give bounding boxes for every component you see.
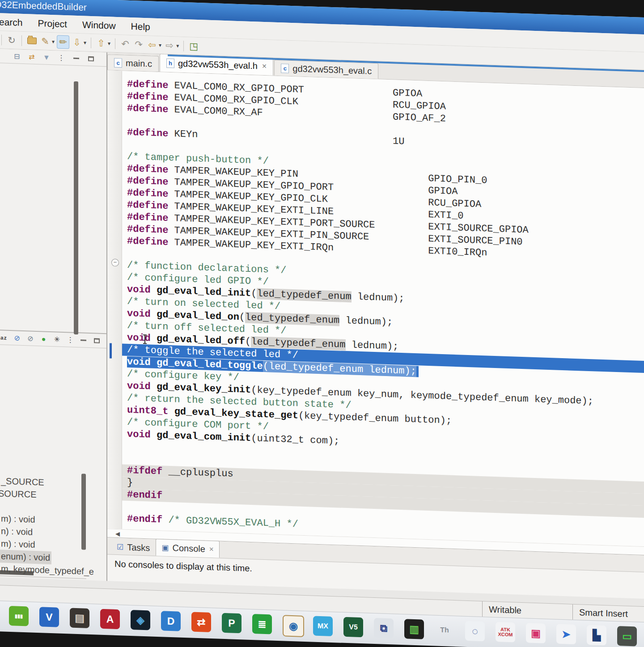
pin-editor-icon[interactable]: ◳: [188, 40, 199, 53]
monitor-photo: GD32EmbeddedBuilder SearchProjectWindowH…: [0, 0, 644, 647]
minimize-view-icon[interactable]: [80, 335, 88, 346]
maximize-view-icon[interactable]: [93, 336, 101, 346]
maximize-view-icon[interactable]: [86, 54, 95, 64]
collapse-all-icon[interactable]: ⊟: [13, 51, 21, 62]
code-segment: #define: [127, 199, 168, 212]
dashed-circle-app-icon[interactable]: ◌: [465, 621, 485, 641]
editor-body[interactable]: − #define EVAL_COM0_RX_GPIO_PORT GPIOA#d…: [107, 70, 644, 547]
book-app-icon-glyph: ▤: [75, 613, 85, 623]
code-segment: #define: [127, 163, 168, 176]
hide-inactive-icon[interactable]: ✳: [53, 334, 61, 345]
toolbar-separator: [115, 38, 115, 49]
green-sheet-app-icon[interactable]: ≣: [252, 614, 272, 634]
atk-xcom-app-icon[interactable]: ATK XCOM: [496, 622, 515, 642]
serial-app-icon[interactable]: ▭: [617, 626, 637, 646]
forward-icon-dropdown[interactable]: ▾: [176, 42, 179, 49]
upload-from-target-icon[interactable]: ⇧: [95, 37, 107, 50]
book-app-icon[interactable]: ▤: [70, 608, 89, 628]
code-segment: #define: [127, 187, 168, 200]
chip-app-icon[interactable]: ◈: [131, 610, 150, 630]
flash-download-icon-dropdown[interactable]: ▾: [52, 38, 55, 45]
selection-range-marker: [110, 343, 112, 358]
editor-column: cmain.chgd32vw553h_eval.h×cgd32vw553h_ev…: [107, 52, 644, 600]
blue-v-app-icon[interactable]: V: [39, 607, 59, 627]
code-segment: [151, 357, 157, 368]
blue-d-app-icon[interactable]: D: [161, 611, 181, 631]
back-icon[interactable]: ⇦: [146, 38, 158, 51]
outline-vertical-scrollbar[interactable]: [81, 474, 86, 550]
menu-window[interactable]: Window: [82, 19, 116, 31]
outline-item[interactable]: enum) : void: [1, 551, 50, 563]
red-stack-app-icon[interactable]: ▣: [526, 623, 546, 643]
flash-download-icon[interactable]: ✎: [39, 35, 51, 48]
view-menu-icon[interactable]: ⋮: [67, 335, 74, 345]
green-p-app-icon[interactable]: P: [222, 613, 242, 633]
explorer-view-body[interactable]: al: [0, 63, 106, 334]
mx-app-icon[interactable]: MX: [313, 616, 333, 636]
toolbar-separator: [1, 34, 2, 45]
view-menu-icon[interactable]: ⋮: [57, 53, 66, 63]
green-p-app-icon-glyph: P: [228, 618, 235, 629]
download-to-target-icon[interactable]: ⇩: [71, 36, 83, 49]
dark-chart-app-icon[interactable]: ▥: [404, 619, 424, 639]
console-tab-console[interactable]: ▣Console×: [156, 539, 219, 558]
menu-help[interactable]: Help: [131, 21, 150, 32]
menu-project[interactable]: Project: [38, 18, 67, 30]
outline-item[interactable]: _SOURCE: [1, 476, 44, 487]
code-segment: #endif: [127, 489, 162, 502]
blue-tower-app-icon[interactable]: ▙: [587, 625, 606, 645]
code-segment: #define: [127, 175, 168, 188]
th-app-icon[interactable]: Th: [435, 620, 454, 640]
code-segment: (: [245, 336, 251, 347]
scroll-left-arrow-icon[interactable]: ◀: [115, 530, 120, 537]
sort-az-icon[interactable]: az: [0, 333, 8, 343]
menu-search[interactable]: Search: [0, 16, 23, 28]
outline-item[interactable]: n) : void: [1, 526, 33, 537]
filter-icon[interactable]: ▼: [42, 52, 51, 63]
v5-app-icon[interactable]: V5: [343, 617, 363, 637]
console-tab-label: Tasks: [127, 542, 150, 553]
fold-collapse-icon[interactable]: −: [111, 259, 119, 267]
red-a-app-icon[interactable]: A: [100, 609, 120, 629]
close-tab-icon[interactable]: ×: [262, 62, 267, 71]
outline-item[interactable]: m) : void: [1, 538, 35, 550]
outline-item[interactable]: SOURCE: [0, 488, 37, 500]
download-to-target-icon-dropdown[interactable]: ▾: [84, 39, 86, 46]
network-pc-app-icon[interactable]: ⧉: [374, 618, 394, 638]
annotation-ruler[interactable]: −: [107, 70, 122, 529]
code-segment: #ifdef: [127, 465, 162, 478]
upload-from-target-icon-dropdown[interactable]: ▾: [108, 40, 110, 47]
code-segment: (: [251, 288, 257, 299]
last-edit-back-icon[interactable]: ↶: [119, 38, 131, 51]
minimize-glyph: [73, 58, 79, 59]
editor-tab-main.c[interactable]: cmain.c: [107, 54, 159, 72]
refresh-icon[interactable]: ↻: [6, 34, 17, 47]
minimize-glyph: [80, 339, 86, 341]
blue-tower-app-icon-glyph: ▙: [593, 630, 601, 641]
close-tab-icon[interactable]: ×: [209, 545, 214, 554]
outline-item[interactable]: m) : void: [1, 513, 35, 525]
last-edit-forward-icon[interactable]: ↷: [133, 38, 144, 51]
hide-static-members-icon[interactable]: ⊘: [27, 334, 34, 344]
toolbar-separator: [91, 38, 91, 48]
toolbar-separator: [183, 40, 184, 51]
hide-fields-icon[interactable]: ⊘: [13, 333, 21, 343]
code-segment: __cplusplus: [162, 466, 233, 479]
explorer-vertical-scrollbar[interactable]: [74, 81, 78, 334]
console-tab-label: Console: [172, 543, 205, 554]
link-with-editor-icon[interactable]: ⇄: [27, 52, 36, 62]
forward-icon[interactable]: ⇨: [164, 39, 175, 52]
bird-frame-app-icon[interactable]: ◉: [283, 615, 304, 637]
green-chart-app-icon[interactable]: ▮▮▮: [9, 606, 29, 626]
code-area[interactable]: #define EVAL_COM0_RX_GPIO_PORT GPIOA#def…: [122, 71, 644, 547]
hide-non-public-icon[interactable]: ●: [40, 334, 47, 344]
minimize-view-icon[interactable]: [72, 53, 80, 63]
clean-build-icon[interactable]: ✏: [57, 35, 69, 49]
open-folder-icon[interactable]: [26, 34, 38, 47]
orange-arrows-app-icon[interactable]: ⇄: [191, 612, 211, 632]
console-tab-tasks[interactable]: ☑Tasks: [111, 539, 156, 556]
outline-view-body[interactable]: _SOURCESOURCEm) : voidn) : voidm) : void…: [0, 344, 106, 579]
back-icon-dropdown[interactable]: ▾: [159, 42, 161, 48]
plane-app-icon[interactable]: ➤: [556, 624, 576, 644]
code-segment: #define: [127, 103, 168, 115]
